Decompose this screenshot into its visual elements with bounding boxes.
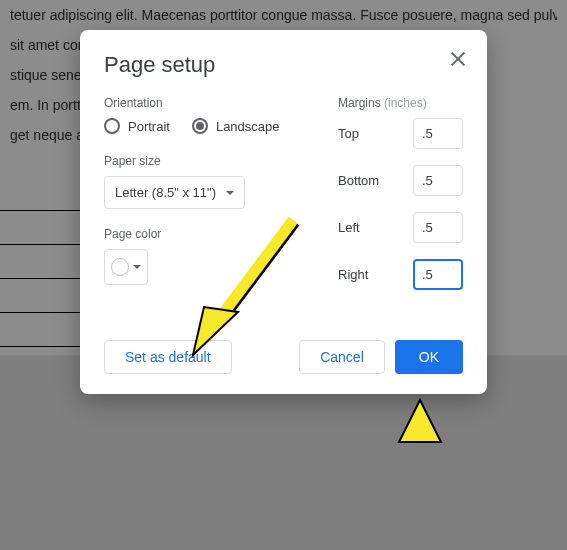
margin-top-label: Top bbox=[338, 126, 359, 141]
margin-top-input[interactable] bbox=[413, 118, 463, 149]
radio-icon bbox=[192, 118, 208, 134]
margin-left-input[interactable] bbox=[413, 212, 463, 243]
select-value: Letter (8.5" x 11") bbox=[115, 185, 216, 200]
margins-label: Margins (inches) bbox=[338, 96, 463, 110]
paper-size-select[interactable]: Letter (8.5" x 11") bbox=[104, 176, 245, 209]
page-color-label: Page color bbox=[104, 227, 308, 241]
set-as-default-button[interactable]: Set as default bbox=[104, 340, 232, 374]
margin-left-label: Left bbox=[338, 220, 360, 235]
color-swatch-icon bbox=[111, 258, 129, 276]
cancel-button[interactable]: Cancel bbox=[299, 340, 385, 374]
paper-size-label: Paper size bbox=[104, 154, 308, 168]
ok-button[interactable]: OK bbox=[395, 340, 463, 374]
margin-bottom-input[interactable] bbox=[413, 165, 463, 196]
page-setup-dialog: Page setup Orientation Portrait Landscap… bbox=[80, 30, 487, 394]
orientation-landscape-radio[interactable]: Landscape bbox=[192, 118, 280, 134]
margin-bottom-label: Bottom bbox=[338, 173, 379, 188]
orientation-portrait-radio[interactable]: Portrait bbox=[104, 118, 170, 134]
radio-label: Landscape bbox=[216, 119, 280, 134]
orientation-label: Orientation bbox=[104, 96, 308, 110]
radio-label: Portrait bbox=[128, 119, 170, 134]
dialog-title: Page setup bbox=[104, 52, 463, 78]
margin-right-input[interactable] bbox=[413, 259, 463, 290]
page-color-select[interactable] bbox=[104, 249, 148, 285]
close-icon[interactable] bbox=[449, 50, 467, 68]
radio-icon bbox=[104, 118, 120, 134]
margin-right-label: Right bbox=[338, 267, 368, 282]
